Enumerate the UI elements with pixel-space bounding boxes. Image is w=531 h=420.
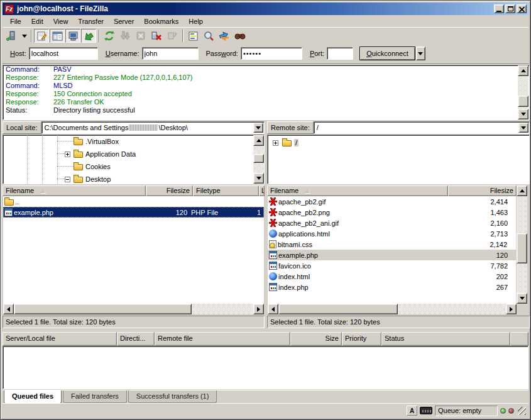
scroll-right-button[interactable] — [253, 304, 264, 314]
title-bar[interactable]: Fz john@localhost - FileZilla — [3, 3, 528, 15]
tab-successful-transfers[interactable]: Successful transfers (1) — [128, 390, 217, 403]
remote-hscrollbar[interactable] — [268, 304, 517, 314]
file-row[interactable]: apache_pb2.gif 2,414 — [268, 196, 516, 207]
reconnect-button[interactable] — [165, 29, 180, 43]
process-queue-icon — [119, 30, 131, 41]
file-row[interactable]: apache_pb2_ani.gif 2,160 — [268, 218, 516, 228]
remote-site-combo[interactable]: / — [314, 121, 530, 134]
tab-queued-files[interactable]: Queued files — [4, 390, 62, 404]
tab-failed-transfers[interactable]: Failed transfers — [63, 390, 127, 403]
menu-bookmarks[interactable]: Bookmarks — [139, 16, 183, 26]
menu-file[interactable]: File — [5, 16, 26, 26]
quickconnect-button[interactable]: Quickconnect — [359, 47, 415, 60]
menu-help[interactable]: Help — [183, 16, 208, 26]
filezilla-logo-icon: Fz — [4, 4, 14, 14]
local-site-combo[interactable]: C:\Documents and Settings\Desktop\ — [41, 121, 265, 134]
expand-icon[interactable] — [65, 152, 70, 157]
site-manager-dropdown[interactable] — [20, 29, 28, 43]
cancel-operation-button[interactable] — [133, 29, 148, 43]
file-row-selected[interactable]: example.php 120 — [268, 250, 516, 260]
scroll-left-button[interactable] — [268, 304, 278, 314]
scroll-up-button[interactable] — [517, 185, 527, 196]
file-row-parent[interactable]: .. — [3, 196, 264, 207]
toggle-remote-tree-button[interactable] — [65, 29, 80, 43]
scroll-right-button[interactable] — [506, 304, 517, 314]
tree-item-virtualbox[interactable]: .VirtualBox — [74, 135, 119, 148]
menu-server[interactable]: Server — [109, 16, 139, 26]
directory-comparison-button[interactable] — [201, 29, 216, 43]
tree-item-cookies[interactable]: Cookies — [74, 160, 111, 173]
column-header-filesize[interactable]: Filesize — [448, 185, 517, 196]
tree-item-application-data[interactable]: Application Data — [65, 148, 136, 160]
queue-column-remotefile[interactable]: Remote file — [155, 332, 290, 346]
file-row[interactable]: favicon.ico 7,782 — [268, 260, 516, 271]
column-header-filesize[interactable]: Filesize — [146, 185, 193, 196]
close-button[interactable] — [517, 4, 527, 13]
local-hscrollbar[interactable] — [3, 304, 264, 314]
file-row[interactable]: index.html 202 — [268, 271, 516, 282]
disconnect-button[interactable] — [149, 29, 164, 43]
scroll-thumb[interactable] — [253, 154, 264, 163]
scroll-down-button[interactable] — [517, 293, 527, 304]
queue-column-status[interactable]: Status — [381, 332, 510, 346]
process-queue-button[interactable] — [118, 29, 133, 43]
quickconnect-dropdown[interactable] — [416, 47, 425, 60]
port-input[interactable] — [327, 47, 353, 60]
queue-column-size[interactable]: Size — [290, 332, 342, 346]
toggle-transfer-queue-button[interactable] — [81, 29, 96, 43]
password-input[interactable] — [241, 47, 302, 60]
queue-column-direction[interactable]: Directi... — [117, 332, 155, 346]
log-scrollbar[interactable] — [518, 65, 528, 119]
synchronized-browsing-button[interactable] — [217, 29, 232, 43]
scroll-down-button[interactable] — [518, 109, 528, 119]
refresh-button[interactable] — [102, 29, 117, 43]
apache-feather-icon — [269, 219, 277, 227]
host-input[interactable] — [29, 47, 98, 60]
local-tree-scrollbar[interactable] — [253, 135, 264, 184]
scroll-thumb[interactable] — [517, 233, 527, 263]
minimize-button[interactable] — [494, 4, 504, 13]
queue-column-serverlocal[interactable]: Server/Local file — [3, 332, 117, 346]
file-row[interactable]: applications.html 2,713 — [268, 228, 516, 239]
maximize-button[interactable] — [505, 4, 515, 13]
file-row[interactable]: index.php 267 — [268, 282, 516, 292]
collapse-icon[interactable] — [65, 177, 70, 182]
menu-transfer[interactable]: Transfer — [73, 16, 109, 26]
remote-site-combo-dropdown[interactable] — [518, 123, 528, 133]
resize-grip[interactable] — [518, 407, 526, 415]
column-header-filename[interactable]: Filename — [267, 185, 448, 196]
minimize-icon — [496, 11, 501, 12]
menu-edit[interactable]: Edit — [26, 16, 48, 26]
scroll-thumb[interactable] — [278, 304, 398, 314]
tree-item-desktop[interactable]: Desktop — [65, 173, 111, 184]
queue-column-priority[interactable]: Priority — [342, 332, 381, 346]
queue-status-text: Queue: empty — [435, 406, 498, 416]
scroll-thumb[interactable] — [14, 304, 192, 314]
toggle-message-log-button[interactable] — [34, 29, 49, 43]
local-site-combo-dropdown[interactable] — [253, 123, 263, 133]
scroll-left-button[interactable] — [3, 304, 14, 314]
scroll-up-button[interactable] — [518, 65, 528, 76]
menu-view[interactable]: View — [48, 16, 74, 26]
site-manager-button[interactable] — [4, 29, 19, 43]
scroll-thumb[interactable] — [518, 96, 528, 107]
scroll-down-button[interactable] — [253, 173, 264, 184]
cancel-operation-icon — [136, 31, 146, 41]
file-row[interactable]: bitnami.css 2,142 — [268, 239, 516, 250]
find-files-button[interactable] — [233, 29, 248, 43]
column-header-lastmodified[interactable]: L — [259, 185, 265, 196]
expand-icon[interactable] — [273, 140, 278, 146]
username-input[interactable] — [142, 47, 199, 60]
column-header-filename[interactable]: Filename — [3, 185, 146, 196]
column-header-filetype[interactable]: Filetype — [193, 185, 259, 196]
file-row[interactable]: apache_pb2.png 1,463 — [268, 207, 516, 218]
directory-filters-button[interactable] — [185, 29, 200, 43]
toggle-local-tree-button[interactable] — [50, 29, 65, 43]
arrow-left-icon — [271, 307, 275, 312]
remote-list-scrollbar[interactable] — [517, 185, 527, 304]
scroll-up-button[interactable] — [253, 135, 264, 146]
tree-item-root[interactable]: / — [273, 136, 298, 149]
file-row-example-php[interactable]: example.php 120 PHP File 1 — [3, 207, 264, 218]
activity-led-green-icon — [500, 408, 506, 414]
window-title: john@localhost - FileZilla — [17, 4, 494, 13]
